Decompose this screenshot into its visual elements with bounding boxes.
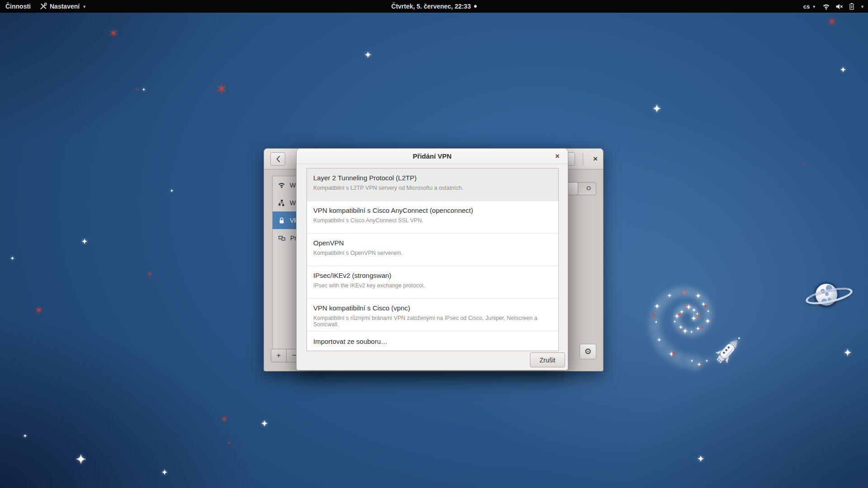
- activities-button[interactable]: Činnosti: [5, 3, 31, 10]
- vpn-type-openconnect[interactable]: VPN kompatibilní s Cisco AnyConnect (ope…: [307, 201, 558, 234]
- add-connection-button[interactable]: +: [271, 349, 287, 362]
- keyboard-layout-button[interactable]: cs ▼: [803, 3, 816, 10]
- wifi-icon: [278, 182, 285, 188]
- star-sparkle: [652, 104, 661, 113]
- vpn-type-title: Layer 2 Tunneling Protocol (L2TP): [313, 174, 558, 182]
- vpn-type-vpnc[interactable]: VPN kompatibilní s Cisco (vpnc) Kompatib…: [307, 299, 558, 331]
- vpn-type-list: Layer 2 Tunneling Protocol (L2TP) Kompat…: [307, 168, 559, 351]
- vpn-type-strongswan[interactable]: IPsec/IKEv2 (strongswan) IPsec with the …: [307, 266, 558, 299]
- star-red: [227, 441, 231, 445]
- headerbar-separator: [583, 153, 583, 165]
- keyboard-layout-label: cs: [803, 3, 810, 10]
- star-sparkle: [81, 238, 88, 244]
- connection-settings-button[interactable]: ⚙: [580, 344, 596, 359]
- dialog-title: Přidání VPN: [413, 152, 452, 160]
- desktop: Činnosti Nastavení ▼ Čtvrtek, 5. červene…: [0, 0, 868, 488]
- star-red: [135, 87, 140, 92]
- tools-icon: [40, 3, 47, 10]
- settings-close-button[interactable]: ×: [588, 149, 603, 169]
- star-red: [215, 82, 228, 95]
- wifi-icon: [822, 3, 830, 10]
- star-sparkle: [170, 189, 174, 192]
- notification-dot: [474, 5, 476, 8]
- planet-graphic: [806, 279, 860, 322]
- star-red: [700, 364, 703, 368]
- star-sparkle: [142, 88, 146, 91]
- vpn-type-title: OpenVPN: [313, 239, 558, 247]
- vpn-type-title: VPN kompatibilní s Cisco (vpnc): [313, 304, 558, 312]
- system-status-area[interactable]: ▼: [822, 3, 864, 10]
- star-sparkle: [840, 66, 846, 73]
- star-sparkle: [364, 51, 372, 58]
- vpn-type-subtitle: IPsec with the IKEv2 key exchange protoc…: [313, 282, 558, 289]
- battery-icon: [849, 3, 855, 10]
- clock-label: Čtvrtek, 5. červenec, 22:33: [392, 3, 471, 10]
- star-sparkle: [10, 256, 14, 260]
- star-sparkle: [844, 348, 852, 357]
- top-bar: Činnosti Nastavení ▼ Čtvrtek, 5. červene…: [0, 0, 868, 13]
- chevron-down-icon: ▼: [812, 5, 816, 9]
- swirl-glow: [692, 317, 699, 324]
- star-sparkle: [261, 420, 268, 427]
- vpn-type-title: Importovat ze souboru…: [313, 338, 387, 345]
- star-sparkle: [657, 338, 661, 342]
- star-sparkle: [75, 454, 86, 465]
- vpn-type-subtitle: Kompatibilní s různými bránami VPN založ…: [313, 315, 558, 328]
- vpn-type-title: IPsec/IKEv2 (strongswan): [313, 272, 558, 279]
- star-red: [34, 305, 44, 315]
- vpn-type-import-from-file[interactable]: Importovat ze souboru…: [307, 331, 558, 352]
- proxy-monitors-icon: [278, 235, 286, 242]
- star-sparkle: [655, 320, 658, 324]
- vpn-type-title: VPN kompatibilní s Cisco AnyConnect (ope…: [313, 206, 558, 214]
- star-sparkle: [23, 434, 27, 438]
- star-red: [220, 414, 229, 423]
- rocket-graphic: [703, 325, 753, 375]
- chevron-left-icon: [276, 155, 280, 163]
- dialog-close-button[interactable]: ×: [551, 149, 564, 164]
- star-sparkle: [707, 310, 710, 313]
- star-sparkle: [697, 455, 704, 462]
- activities-label: Činnosti: [5, 3, 31, 10]
- cancel-button[interactable]: Zrušit: [530, 352, 565, 367]
- vpn-type-subtitle: Kompatibilní s Cisco AnyConnect SSL VPN.: [313, 217, 558, 224]
- app-menu-button[interactable]: Nastavení ▼: [40, 3, 86, 10]
- star-sparkle: [161, 469, 168, 475]
- star-red: [108, 27, 119, 39]
- star-red: [802, 162, 806, 167]
- vpn-type-subtitle: Kompatibilní s OpenVPN serverem.: [313, 250, 558, 256]
- volume-muted-icon: [835, 3, 843, 10]
- vpn-type-l2tp[interactable]: Layer 2 Tunneling Protocol (L2TP) Kompat…: [307, 169, 558, 201]
- dialog-titlebar: Přidání VPN ×: [297, 149, 568, 164]
- switch-off-label: O: [586, 185, 591, 192]
- star-red: [651, 312, 657, 319]
- vpn-type-openvpn[interactable]: OpenVPN Kompatibilní s OpenVPN serverem.: [307, 234, 558, 266]
- star-red: [826, 15, 838, 27]
- wired-network-icon: [278, 199, 285, 206]
- clock-button[interactable]: Čtvrtek, 5. červenec, 22:33: [392, 0, 477, 13]
- vpn-lock-icon: [278, 217, 285, 224]
- vpn-type-subtitle: Kompatibilní s L2TP VPN servery od Micro…: [313, 185, 558, 191]
- star-red: [146, 271, 153, 277]
- app-menu-label: Nastavení: [50, 3, 80, 10]
- back-button[interactable]: [270, 152, 285, 166]
- chevron-down-icon: ▼: [82, 5, 86, 9]
- chevron-down-icon: ▼: [860, 5, 864, 9]
- star-sparkle: [705, 359, 708, 362]
- gear-icon: ⚙: [584, 347, 591, 357]
- add-vpn-dialog: Přidání VPN × Layer 2 Tunneling Protocol…: [296, 148, 568, 371]
